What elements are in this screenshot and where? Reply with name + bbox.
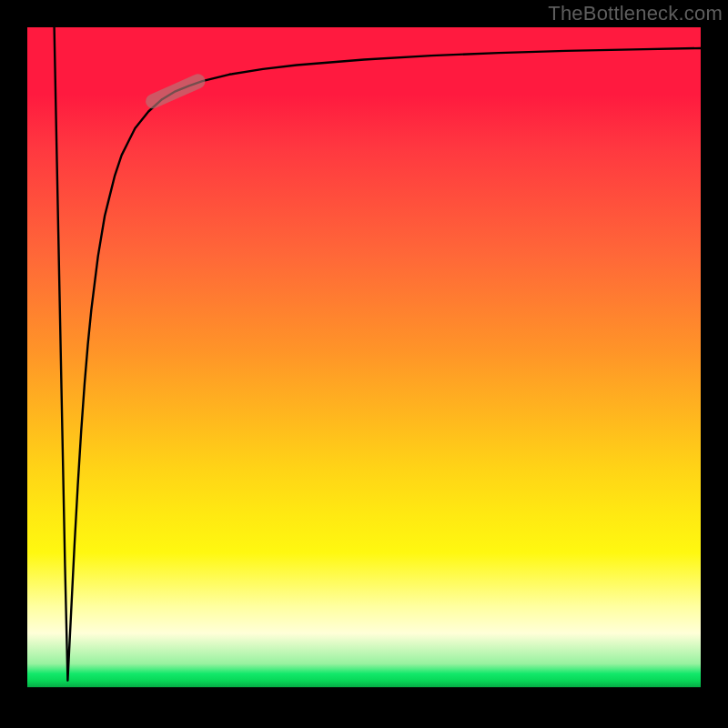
curve-highlight (144, 72, 207, 111)
curve-path (55, 27, 701, 681)
highlight-pill (144, 72, 207, 111)
chart-root: TheBottleneck.com (0, 0, 728, 728)
watermark-label: TheBottleneck.com (548, 2, 723, 25)
plot-area (27, 27, 701, 701)
curve-overlay (27, 27, 701, 701)
